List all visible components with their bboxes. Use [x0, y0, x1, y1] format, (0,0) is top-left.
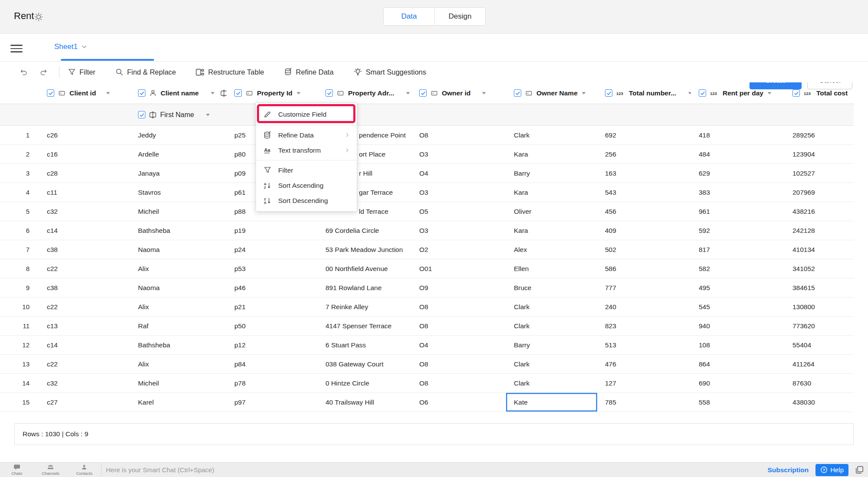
column-header-total_cost[interactable]: 123 Total cost [785, 82, 854, 104]
cell-total_cost[interactable]: 341052 [785, 259, 854, 278]
cell-total_number[interactable]: 163 [597, 164, 691, 183]
cell-owner_id[interactable]: O8 [411, 355, 506, 373]
cell-property_id[interactable]: p21 [227, 297, 318, 316]
sheet-tab[interactable]: Sheet1 [54, 42, 86, 51]
cell-client_name[interactable]: Alix [130, 259, 227, 278]
cell-owner_id[interactable]: O01 [411, 259, 506, 278]
cell-rent_per_day[interactable]: 961 [691, 202, 785, 221]
cell-client_id[interactable]: c16 [39, 145, 130, 163]
cell-total_cost[interactable]: 438030 [785, 393, 854, 412]
menu-item-sort-descending[interactable]: ZA Sort Descending [256, 193, 357, 208]
cell-property_id[interactable]: p50 [227, 317, 318, 335]
cell-owner_name[interactable]: Kate [506, 393, 597, 412]
cell-property_address[interactable]: 7 Reinke Alley [318, 297, 411, 316]
cell-property_id[interactable]: p53 [227, 259, 318, 278]
cell-rent_per_day[interactable]: 418 [691, 126, 785, 144]
column-checkbox[interactable] [605, 89, 612, 97]
cell-rent_per_day[interactable]: 582 [691, 259, 785, 278]
cell-client_id[interactable]: c13 [39, 317, 130, 335]
cell-property_address[interactable]: 53 Park Meadow Junction [318, 240, 411, 259]
settings-gear-icon[interactable] [34, 12, 43, 22]
cell-client_id[interactable]: c14 [39, 221, 130, 240]
cell-total_number[interactable]: 456 [597, 202, 691, 221]
cell-client_id[interactable]: c14 [39, 336, 130, 354]
cell-total_number[interactable]: 502 [597, 240, 691, 259]
cell-owner_name[interactable]: Bruce [506, 278, 597, 297]
menu-item-sort-ascending[interactable]: AZ Sort Ascending [256, 178, 357, 193]
column-checkbox[interactable] [792, 89, 800, 97]
cell-property_address[interactable]: 69 Cordelia Circle [318, 221, 411, 240]
column-header-property_address[interactable]: Property Adr... [318, 82, 411, 104]
cell-rent_per_day[interactable]: 690 [691, 374, 785, 392]
cell-owner_id[interactable]: O8 [411, 126, 506, 144]
cell-client_name[interactable]: Janaya [130, 164, 227, 183]
cell-client_name[interactable]: Naoma [130, 240, 227, 259]
cell-client_name[interactable]: Naoma [130, 278, 227, 297]
cell-owner_name[interactable]: Clark [506, 317, 597, 335]
cell-owner_name[interactable]: Barry [506, 336, 597, 354]
cell-owner_name[interactable]: Clark [506, 374, 597, 392]
cell-client_id[interactable]: c38 [39, 240, 130, 259]
cell-owner_id[interactable]: O6 [411, 393, 506, 412]
cell-total_number[interactable]: 586 [597, 259, 691, 278]
cell-client_id[interactable]: c27 [39, 393, 130, 412]
cell-client_name[interactable]: Alix [130, 355, 227, 373]
cell-client_name[interactable]: Karel [130, 393, 227, 412]
split-column-icon[interactable] [220, 90, 227, 97]
column-menu-caret-icon[interactable] [206, 114, 210, 116]
column-menu-caret-icon[interactable] [482, 92, 486, 95]
column-header-total_number[interactable]: 123 Total number... [597, 82, 691, 104]
subheader-first-name[interactable]: First Name [130, 104, 227, 125]
column-menu-caret-icon[interactable] [688, 92, 691, 95]
cell-total_cost[interactable]: 410134 [785, 240, 854, 259]
cell-client_name[interactable]: Jeddy [130, 126, 227, 144]
cell-client_name[interactable]: Micheil [130, 202, 227, 221]
column-checkbox[interactable] [419, 89, 427, 97]
cell-rent_per_day[interactable]: 592 [691, 221, 785, 240]
cell-owner_id[interactable]: O2 [411, 240, 506, 259]
cell-rent_per_day[interactable]: 495 [691, 278, 785, 297]
undo-icon[interactable] [19, 67, 30, 77]
subscription-link[interactable]: Subscription [767, 466, 809, 474]
cell-total_number[interactable]: 785 [597, 393, 691, 412]
cell-rent_per_day[interactable]: 629 [691, 164, 785, 183]
cell-owner_id[interactable]: O9 [411, 278, 506, 297]
column-header-client_name[interactable]: Client name [130, 82, 227, 104]
cell-owner_name[interactable]: Clark [506, 126, 597, 144]
tab-data[interactable]: Data [384, 8, 434, 25]
cell-owner_name[interactable]: Kara [506, 145, 597, 163]
column-checkbox[interactable] [47, 89, 54, 97]
cell-property_address[interactable]: 4147 Spenser Terrace [318, 317, 411, 335]
cell-total_number[interactable]: 543 [597, 183, 691, 202]
hamburger-menu-icon[interactable] [10, 45, 23, 55]
cell-client_name[interactable]: Bathsheba [130, 221, 227, 240]
cell-owner_id[interactable]: O5 [411, 202, 506, 221]
cell-total_cost[interactable]: 289256 [785, 126, 854, 144]
cell-client_id[interactable]: c22 [39, 259, 130, 278]
cell-client_id[interactable]: c32 [39, 374, 130, 392]
cell-client_name[interactable]: Alix [130, 297, 227, 316]
cell-rent_per_day[interactable]: 817 [691, 240, 785, 259]
cell-total_cost[interactable]: 242128 [785, 221, 854, 240]
cell-owner_name[interactable]: Ellen [506, 259, 597, 278]
cell-client_id[interactable]: c22 [39, 355, 130, 373]
toolbar-item-restructure-table[interactable]: Restructure Table [196, 68, 264, 76]
menu-item-text-transform[interactable]: Aa Text transform [256, 143, 357, 158]
cell-client_name[interactable]: Ardelle [130, 145, 227, 163]
column-menu-caret-icon[interactable] [767, 92, 772, 95]
cell-total_number[interactable]: 409 [597, 221, 691, 240]
cell-total_cost[interactable]: 130800 [785, 297, 854, 316]
cell-property_id[interactable]: p12 [227, 336, 318, 354]
cell-property_address[interactable]: 6 Stuart Pass [318, 336, 411, 354]
cell-rent_per_day[interactable]: 545 [691, 297, 785, 316]
column-header-owner_name[interactable]: Owner Name [506, 82, 597, 104]
cell-rent_per_day[interactable]: 558 [691, 393, 785, 412]
cell-property_address[interactable]: 40 Trailsway Hill [318, 393, 411, 412]
cell-client_id[interactable]: c32 [39, 202, 130, 221]
cell-rent_per_day[interactable]: 940 [691, 317, 785, 335]
menu-item-refine-data[interactable]: Refine Data [256, 127, 357, 143]
cell-owner_name[interactable]: Clark [506, 355, 597, 373]
cell-property_address[interactable]: 891 Rowland Lane [318, 278, 411, 297]
cell-property_address[interactable]: 0 Hintze Circle [318, 374, 411, 392]
cell-owner_name[interactable]: Kara [506, 221, 597, 240]
